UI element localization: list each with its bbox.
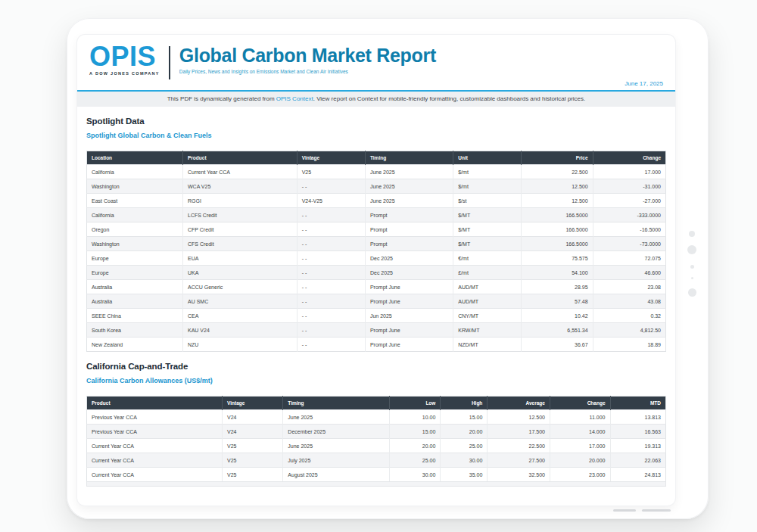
table-cell: 166.5000 (521, 222, 593, 237)
table-cell: -31.000 (593, 179, 665, 194)
tablet-bottom-line (613, 509, 636, 512)
table-row: SEEE ChinaCEA- -Jun 2025CNY/MT10.420.32 (87, 309, 666, 323)
table-cell: 36.67 (521, 338, 593, 352)
table-cell: 166.5000 (521, 237, 593, 251)
report-header: OPIS A DOW JONES COMPANY Global Carbon M… (77, 35, 675, 90)
tablet-bottom-line (642, 509, 671, 512)
table-cell: 17.000 (593, 165, 665, 179)
table-cell: AUD/MT (453, 280, 522, 294)
table-row: AustraliaAU SMC- -Prompt JuneAUD/MT57.48… (87, 294, 666, 309)
partial-table-row (86, 481, 666, 487)
column-header: Location (87, 151, 183, 165)
table-cell: Europe (87, 266, 183, 280)
table-cell: 23.000 (550, 468, 610, 482)
table-cell: California (87, 208, 183, 222)
table-cell: 6,551.34 (521, 323, 593, 338)
notice-text-before: This PDF is dynamically generated from (167, 95, 276, 102)
tablet-camera-dot (691, 277, 693, 279)
table-cell: Prompt June (365, 323, 453, 338)
column-header: Price (521, 151, 593, 165)
table-cell: V25 (223, 453, 283, 468)
table-cell: East Coast (87, 194, 183, 208)
table-cell: 12.500 (521, 179, 593, 194)
column-header: Timing (365, 151, 453, 165)
table-cell: August 2025 (283, 468, 390, 482)
table-cell: V25 (223, 439, 283, 453)
table-cell: Washington (87, 237, 183, 251)
table-cell: 20.00 (441, 425, 488, 439)
table-cell: $/MT (453, 222, 522, 237)
table-cell: SEEE China (87, 309, 183, 323)
table-cell: 20.00 (390, 439, 441, 453)
table-cell: - - (297, 237, 365, 251)
column-header: Vintage (297, 151, 365, 165)
table-cell: CNY/MT (453, 309, 522, 323)
table-cell: California (87, 165, 183, 179)
table-cell: RGGI (182, 194, 297, 208)
table-row: Current Year CCAV25August 202530.0035.00… (87, 468, 666, 482)
table-cell: V25 (297, 165, 365, 179)
table-cell: 15.00 (441, 410, 488, 425)
table-cell: AUD/MT (453, 294, 522, 309)
table-cell: 11.000 (550, 410, 610, 425)
table-cell: - - (297, 208, 365, 222)
table-cell: ACCU Generic (182, 280, 297, 294)
logo-tagline: A DOW JONES COMPANY (89, 71, 160, 76)
notice-text-after: . View report on Context for mobile-frie… (313, 95, 586, 102)
table-cell: LCFS Credit (182, 208, 297, 222)
table-cell: Washington (87, 179, 183, 194)
table-cell: Australia (87, 294, 183, 309)
table-cell: 23.08 (593, 280, 665, 294)
logo-divider (169, 46, 170, 79)
table-cell: V24 (223, 410, 283, 425)
section-heading-spotlight: Spotlight Data (86, 117, 666, 126)
tablet-camera-dot (690, 265, 694, 269)
california-table: ProductVintageTimingLowHighAverageChange… (86, 396, 666, 482)
column-header: Change (593, 151, 665, 165)
table-cell: - - (297, 338, 365, 352)
title-block: Global Carbon Market Report Daily Prices… (179, 45, 436, 74)
table-cell: 10.00 (390, 410, 441, 425)
column-header: Average (488, 397, 550, 410)
subsection-heading-spotlight: Spotlight Global Carbon & Clean Fuels (86, 132, 666, 139)
table-cell: 32.500 (488, 468, 550, 482)
opis-context-link[interactable]: OPIS Context (276, 95, 313, 102)
table-cell: 166.5000 (521, 208, 593, 222)
table-cell: July 2025 (283, 453, 390, 468)
table-cell: 12.500 (521, 194, 593, 208)
table-cell: Prompt June (365, 294, 453, 309)
table-cell: 22.500 (488, 439, 550, 453)
table-cell: 13.813 (610, 410, 666, 425)
table-header-row: ProductVintageTimingLowHighAverageChange… (87, 397, 666, 410)
table-cell: 18.89 (593, 338, 665, 352)
table-cell: CFS Credit (182, 237, 297, 251)
table-cell: $/mt (453, 179, 522, 194)
table-header-row: LocationProductVintageTimingUnitPriceCha… (87, 151, 666, 165)
table-cell: Australia (87, 280, 183, 294)
table-cell: Europe (87, 251, 183, 266)
notice-bar: This PDF is dynamically generated from O… (77, 92, 675, 107)
table-cell: Dec 2025 (365, 251, 453, 266)
table-cell: V24 (223, 425, 283, 439)
table-cell: €/mt (453, 251, 522, 266)
column-header: Timing (283, 397, 390, 410)
table-cell: New Zealand (87, 338, 183, 352)
table-cell: - - (297, 179, 365, 194)
report-page: OPIS A DOW JONES COMPANY Global Carbon M… (77, 35, 675, 506)
tablet-camera-dot (688, 288, 696, 297)
table-cell: CEA (182, 309, 297, 323)
table-cell: WCA V25 (182, 179, 297, 194)
table-row: WashingtonWCA V25- -June 2025$/mt12.500-… (87, 179, 666, 194)
table-cell: South Korea (87, 323, 183, 338)
table-cell: 15.00 (390, 425, 441, 439)
table-cell: 12.500 (488, 410, 550, 425)
table-cell: $/MT (453, 208, 522, 222)
table-cell: -73.0000 (593, 237, 665, 251)
table-cell: -16.5000 (593, 222, 665, 237)
table-cell: December 2025 (283, 425, 390, 439)
subsection-heading-california: California Carbon Allowances (US$/mt) (86, 377, 666, 384)
table-cell: KAU V24 (182, 323, 297, 338)
table-cell: $/MT (453, 237, 522, 251)
table-row: Current Year CCAV25June 202520.0025.0022… (87, 439, 666, 453)
table-row: EuropeEUA- -Dec 2025€/mt75.57572.075 (87, 251, 666, 266)
